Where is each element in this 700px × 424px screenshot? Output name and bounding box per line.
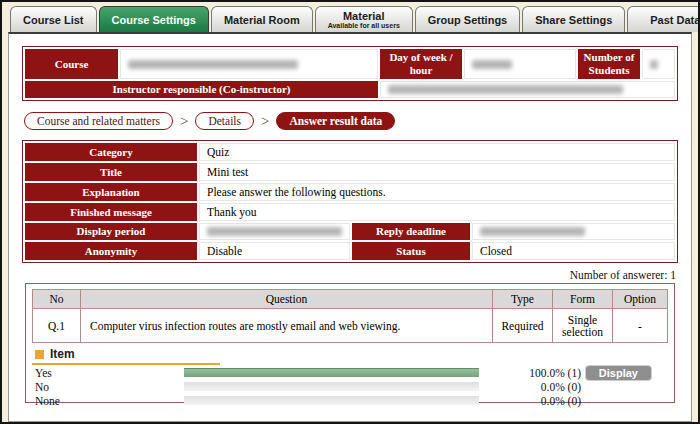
redacted-value	[388, 85, 623, 94]
question-type: Required	[493, 309, 553, 343]
option-label: No	[32, 381, 184, 393]
result-bar-track	[184, 382, 479, 391]
display-period-label: Display period	[25, 223, 197, 240]
result-row-yes: Yes 100.0% (1) Display	[32, 366, 668, 379]
result-row-none: None 0.0% (0)	[32, 394, 668, 407]
option-percent: 100.0% (1)	[479, 367, 581, 379]
category-label: Category	[25, 143, 197, 161]
question-form: Single selection	[553, 309, 613, 343]
option-label: None	[32, 395, 184, 407]
tab-past-data[interactable]: Past Data	[627, 6, 700, 32]
anonymity-label: Anonymity	[25, 242, 197, 260]
anonymity-value: Disable	[199, 242, 350, 260]
title-value: Mini test	[199, 163, 675, 181]
breadcrumb-answer-result-data: Answer result data	[276, 112, 395, 130]
tab-share-settings[interactable]: Share Settings	[522, 6, 625, 32]
result-row-no: No 0.0% (0)	[32, 380, 668, 393]
item-section-header: Item	[32, 343, 220, 365]
option-percent: 0.0% (0)	[479, 395, 581, 407]
display-button[interactable]: Display	[585, 365, 652, 381]
table-row: Q.1 Computer virus infection routes are …	[33, 309, 668, 343]
day-of-week-value-redacted	[464, 49, 576, 79]
table-row: Finished message Thank you	[25, 203, 675, 221]
status-label: Status	[352, 242, 470, 260]
table-row: Explanation Please answer the following …	[25, 183, 675, 201]
option-percent: 0.0% (0)	[479, 381, 581, 393]
reply-deadline-label: Reply deadline	[352, 223, 470, 240]
day-of-week-label: Day of week / hour	[380, 49, 462, 79]
redacted-value	[480, 227, 585, 236]
table-row: Category Quiz	[25, 143, 675, 161]
question-text: Computer virus infection routes are most…	[81, 309, 493, 343]
course-settings-page: { "tabs": [ { "label": "Course List" }, …	[0, 0, 700, 424]
title-label: Title	[25, 163, 197, 181]
tab-course-settings[interactable]: Course Settings	[99, 6, 209, 32]
item-section-title: Item	[50, 347, 75, 361]
question-results-box: No Question Type Form Option Q.1 Compute…	[25, 283, 675, 403]
table-header-row: No Question Type Form Option	[33, 290, 668, 309]
explanation-label: Explanation	[25, 183, 197, 201]
chevron-right-icon: >	[261, 114, 269, 129]
redacted-value	[650, 60, 658, 69]
reply-deadline-value-redacted	[472, 223, 675, 240]
answer-count: Number of answerer: 1	[22, 269, 676, 281]
tab-group-settings[interactable]: Group Settings	[415, 6, 520, 32]
tab-material[interactable]: Material Available for all users	[315, 6, 413, 32]
category-value: Quiz	[199, 143, 675, 161]
question-option: -	[613, 309, 668, 343]
col-question: Question	[81, 290, 493, 309]
instructor-label: Instructor responsible (Co-instructor)	[25, 81, 378, 98]
chevron-right-icon: >	[180, 114, 188, 129]
tab-label: Share Settings	[535, 14, 612, 26]
students-value-redacted	[642, 49, 675, 79]
col-form: Form	[553, 290, 613, 309]
breadcrumb-details[interactable]: Details	[195, 112, 254, 130]
col-option: Option	[613, 290, 668, 309]
tab-sublabel: Available for all users	[328, 22, 400, 30]
redacted-value	[472, 60, 512, 69]
students-label: Number of Students	[578, 49, 640, 79]
table-row: Title Mini test	[25, 163, 675, 181]
result-bar	[184, 368, 479, 377]
redacted-value	[128, 60, 298, 69]
question-table: No Question Type Form Option Q.1 Compute…	[32, 289, 668, 343]
table-row: Anonymity Disable Status Closed	[25, 242, 675, 260]
tab-label: Material Room	[224, 14, 300, 26]
content-panel: Course Day of week / hour Number of Stud…	[8, 32, 692, 422]
survey-details-table: Category Quiz Title Mini test Explanatio…	[22, 140, 678, 263]
breadcrumb: Course and related matters > Details > A…	[24, 112, 678, 130]
instructor-value-redacted	[380, 81, 675, 98]
result-bar-track	[184, 396, 479, 405]
tab-material-room[interactable]: Material Room	[211, 6, 313, 32]
tab-label: Group Settings	[428, 14, 507, 26]
status-value: Closed	[472, 242, 675, 260]
finished-message-value: Thank you	[199, 203, 675, 221]
tab-label: Past Data	[650, 14, 700, 26]
item-bullet-icon	[35, 350, 44, 359]
explanation-value: Please answer the following questions.	[199, 183, 675, 201]
table-row: Display period Reply deadline	[25, 223, 675, 240]
display-period-value-redacted	[199, 223, 350, 240]
course-label: Course	[25, 49, 118, 79]
question-no: Q.1	[33, 309, 81, 343]
col-type: Type	[493, 290, 553, 309]
result-bar-track	[184, 368, 479, 377]
course-info-table: Course Day of week / hour Number of Stud…	[22, 46, 678, 101]
tab-label: Material	[343, 10, 385, 22]
tab-label: Course Settings	[112, 14, 196, 26]
tab-label: Course List	[23, 14, 84, 26]
course-value-redacted	[120, 49, 378, 79]
redacted-value	[207, 227, 342, 236]
option-label: Yes	[32, 367, 184, 379]
finished-message-label: Finished message	[25, 203, 197, 221]
tab-course-list[interactable]: Course List	[10, 6, 97, 32]
breadcrumb-course-matters[interactable]: Course and related matters	[24, 112, 173, 130]
tab-bar: Course List Course Settings Material Roo…	[2, 2, 698, 32]
col-no: No	[33, 290, 81, 309]
